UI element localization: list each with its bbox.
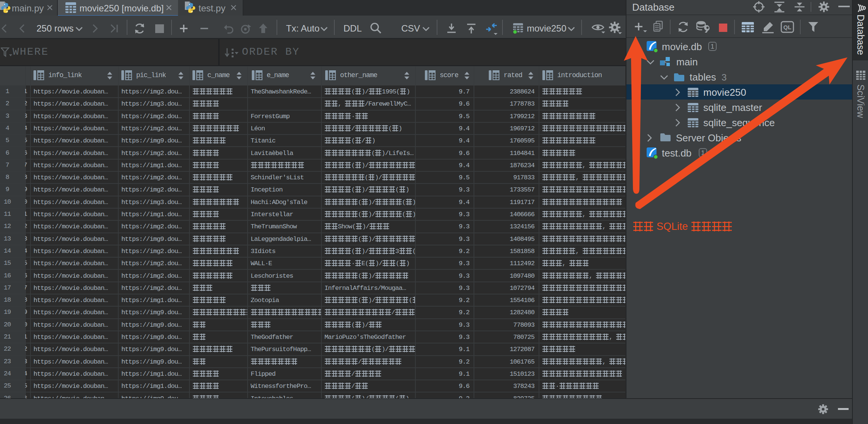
svg-text:QL: QL: [784, 24, 792, 30]
